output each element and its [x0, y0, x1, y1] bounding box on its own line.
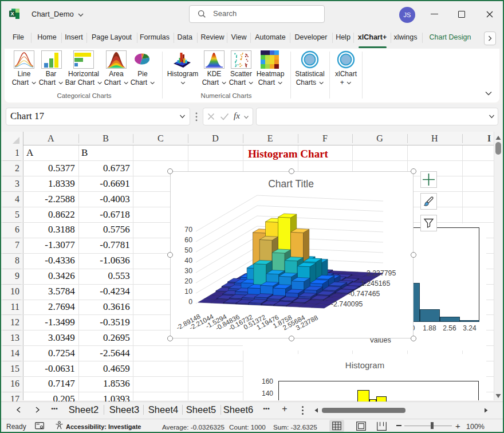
- svg-text:-2.740095: -2.740095: [331, 300, 363, 308]
- svg-text:70: 70: [184, 226, 192, 234]
- svg-text:Chart Title: Chart Title: [268, 178, 314, 190]
- svg-text:-0.747465: -0.747465: [348, 290, 380, 298]
- svg-text:20: 20: [184, 277, 192, 285]
- svg-text:50: 50: [184, 246, 192, 254]
- svg-text:3.237795: 3.237795: [367, 269, 396, 277]
- svg-text:30: 30: [184, 267, 192, 275]
- svg-text:1.245165: 1.245165: [361, 280, 390, 288]
- svg-text:X: X: [10, 11, 14, 17]
- svg-text:40: 40: [184, 257, 192, 265]
- svg-text:60: 60: [184, 236, 192, 244]
- svg-text:0: 0: [188, 298, 192, 306]
- svg-text:10: 10: [184, 288, 192, 296]
